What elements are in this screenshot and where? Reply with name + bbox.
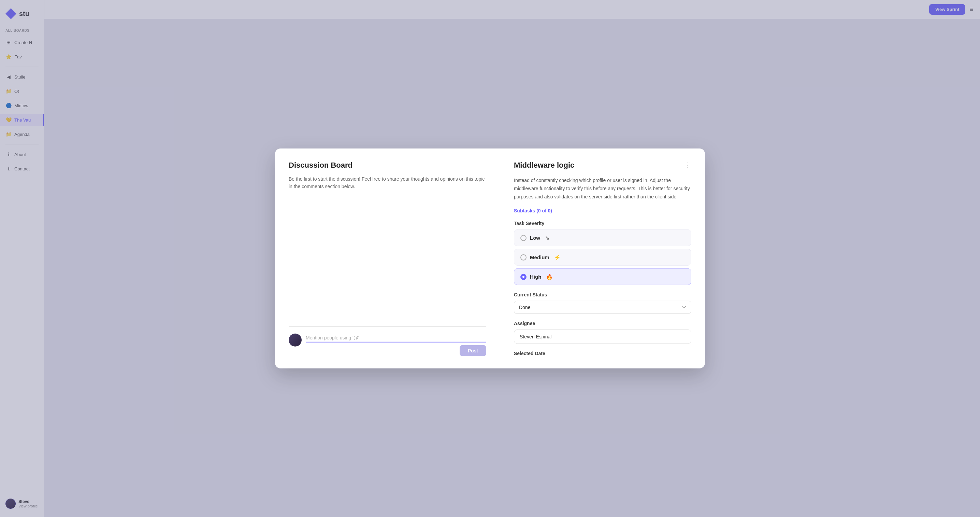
discussion-content-area xyxy=(289,199,486,258)
discussion-panel: Discussion Board Be the first to start t… xyxy=(275,148,490,258)
task-modal: Discussion Board Be the first to start t… xyxy=(275,148,490,258)
discussion-description: Be the first to start the discussion! Fe… xyxy=(289,175,486,191)
discussion-title: Discussion Board xyxy=(289,161,486,170)
